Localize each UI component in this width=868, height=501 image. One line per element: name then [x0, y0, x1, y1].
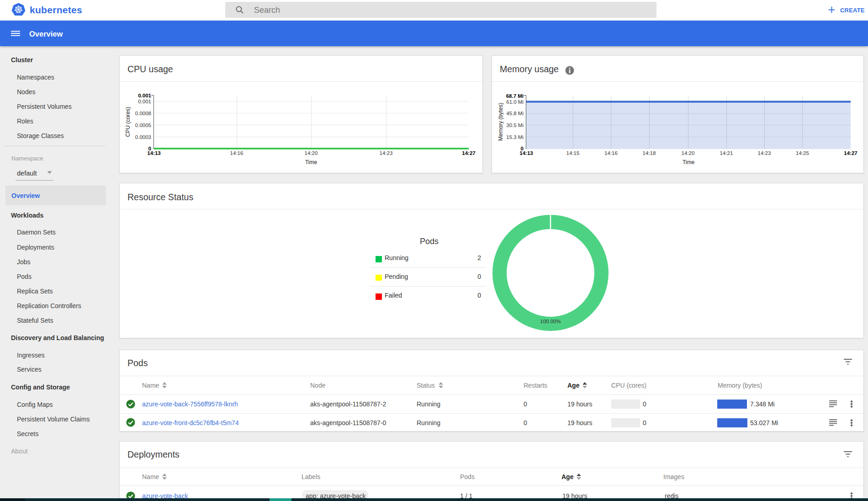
svg-text:14:20: 14:20: [682, 150, 695, 156]
svg-text:14:20: 14:20: [305, 150, 318, 156]
svg-text:14:27: 14:27: [844, 150, 857, 156]
svg-text:61.0 Mi: 61.0 Mi: [506, 99, 524, 105]
svg-text:14:23: 14:23: [758, 150, 771, 156]
svg-text:14:27: 14:27: [462, 150, 475, 156]
svg-text:Memory (bytes): Memory (bytes): [498, 103, 504, 141]
svg-text:14:15: 14:15: [566, 150, 580, 156]
svg-text:0.0003: 0.0003: [135, 134, 151, 140]
svg-text:45.8 Mi: 45.8 Mi: [506, 111, 524, 116]
svg-text:0.001: 0.001: [138, 99, 151, 104]
svg-text:14:21: 14:21: [720, 150, 733, 156]
svg-text:CPU (cores): CPU (cores): [125, 107, 131, 137]
svg-text:14:18: 14:18: [643, 150, 656, 156]
svg-text:68.7 Mi: 68.7 Mi: [506, 93, 524, 99]
svg-text:0.001: 0.001: [138, 93, 151, 98]
svg-text:14:16: 14:16: [230, 150, 243, 156]
svg-text:14:25: 14:25: [796, 150, 809, 156]
svg-text:30.5 Mi: 30.5 Mi: [506, 123, 524, 128]
svg-text:0.0008: 0.0008: [135, 111, 151, 116]
svg-text:14:23: 14:23: [380, 150, 393, 156]
svg-text:14:13: 14:13: [519, 150, 533, 156]
svg-text:Time: Time: [305, 159, 318, 165]
svg-text:Time: Time: [683, 159, 695, 165]
svg-text:15.3 Mi: 15.3 Mi: [506, 134, 524, 140]
svg-text:14:13: 14:13: [147, 150, 160, 156]
svg-text:0.0005: 0.0005: [135, 123, 151, 128]
svg-text:14:16: 14:16: [604, 150, 618, 156]
